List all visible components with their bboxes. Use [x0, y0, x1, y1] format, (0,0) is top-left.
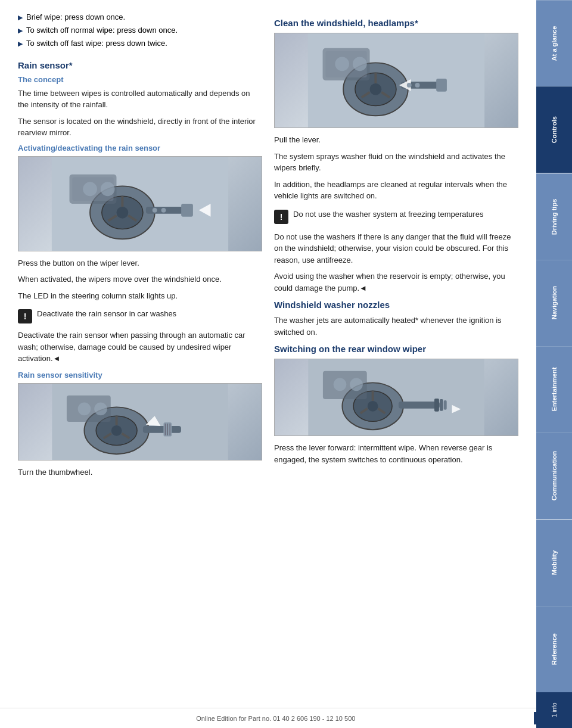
clean-text-1: The system sprays washer fluid on the wi…	[274, 151, 518, 174]
two-column-layout: ▶ Brief wipe: press down once. ▶ To swit…	[18, 12, 518, 483]
activating-image-inner	[18, 157, 262, 251]
page-container: ▶ Brief wipe: press down once. ▶ To swit…	[0, 0, 572, 728]
nozzles-text: The washer jets are automatically heated…	[274, 315, 518, 338]
svg-rect-58	[444, 400, 447, 410]
svg-rect-40	[436, 79, 447, 92]
svg-rect-56	[434, 399, 439, 412]
svg-point-43	[415, 83, 420, 88]
main-content: ▶ Brief wipe: press down once. ▶ To swit…	[0, 0, 536, 728]
clean-caption-1: Pull the lever.	[274, 134, 518, 146]
sidebar-tab-mobility[interactable]: Mobility	[536, 519, 572, 606]
left-column: ▶ Brief wipe: press down once. ▶ To swit…	[18, 12, 262, 483]
svg-rect-8	[181, 204, 193, 217]
svg-point-62	[350, 378, 363, 391]
clean-image	[274, 33, 518, 128]
concept-text-2: The sensor is located on the windshield,…	[18, 116, 262, 139]
sensitivity-image	[18, 383, 262, 461]
rain-sensor-heading: Rain sensor*	[18, 60, 262, 70]
clean-image-inner	[275, 33, 518, 127]
warning-icon-1: !	[18, 309, 32, 323]
sidebar-tab-driving-tips[interactable]: Driving tips	[536, 173, 572, 260]
warning-box-freeze: ! Do not use the washer system at freezi…	[274, 207, 518, 226]
rear-wiper-image-inner	[275, 359, 518, 435]
activating-text-1: Press the button on the wiper lever.	[18, 257, 262, 269]
sensitivity-svg	[18, 384, 262, 460]
sidebar-tab-at-a-glance[interactable]: At a glance	[536, 0, 572, 86]
svg-point-10	[153, 207, 157, 212]
sensitivity-heading: Rain sensor sensitivity	[18, 371, 262, 379]
svg-point-15	[101, 182, 115, 196]
svg-point-30	[78, 402, 91, 415]
svg-point-61	[334, 378, 347, 391]
nozzles-heading: Windshield washer nozzles	[274, 300, 518, 310]
activating-heading: Activating/deactivating the rain sensor	[18, 144, 262, 153]
sidebar-tab-navigation[interactable]: Navigation	[536, 260, 572, 346]
rear-wiper-svg	[275, 359, 518, 435]
concept-text-1: The time between wipes is controlled aut…	[18, 88, 262, 111]
clean-text-2: In addition, the headlamps are cleaned a…	[274, 179, 518, 202]
svg-rect-7	[146, 207, 187, 214]
right-column: Clean the windshield, headlamps*	[274, 12, 518, 483]
warning-box-1: ! Deactivate the rain sensor in car wash…	[18, 306, 262, 326]
bullet-arrow-2: ▶	[18, 26, 23, 35]
concept-heading: The concept	[18, 75, 262, 84]
sidebar: At a glance Controls Driving tips Naviga…	[536, 0, 572, 728]
sidebar-tab-reference[interactable]: Reference	[536, 606, 572, 692]
rear-wiper-caption: Press the lever forward: intermittent wi…	[274, 442, 518, 465]
rear-wiper-heading: Switching on the rear window wiper	[274, 344, 518, 354]
bullet-item-2: ▶ To switch off normal wipe: press down …	[18, 25, 262, 36]
warning-body-1: Deactivate the rain sensor when passing …	[18, 329, 262, 365]
warning-freeze-text: Do not use the washer system at freezing…	[293, 209, 483, 220]
svg-point-11	[161, 207, 166, 212]
bullet-arrow-3: ▶	[18, 39, 23, 48]
svg-point-51	[368, 401, 378, 412]
warning-icon-freeze: !	[274, 210, 288, 224]
sidebar-tab-controls[interactable]: Controls	[536, 86, 572, 173]
warning-reservoir-text: Avoid using the washer when the reservoi…	[274, 270, 518, 294]
svg-point-3	[117, 207, 129, 219]
svg-point-31	[94, 402, 107, 415]
svg-rect-57	[440, 399, 443, 411]
clean-heading: Clean the windshield, headlamps*	[274, 18, 518, 28]
svg-point-42	[407, 83, 412, 88]
clean-svg	[275, 33, 518, 127]
bullet-list: ▶ Brief wipe: press down once. ▶ To swit…	[18, 12, 262, 49]
svg-rect-23	[143, 425, 181, 433]
bullet-arrow-1: ▶	[18, 13, 23, 22]
sensitivity-image-inner	[18, 384, 262, 460]
sidebar-tab-communication[interactable]: Communication	[536, 433, 572, 519]
activating-text-2: When activated, the wipers move over the…	[18, 273, 262, 285]
bullet-item-1: ▶ Brief wipe: press down once.	[18, 12, 262, 23]
page-footer: Online Edition for Part no. 01 40 2 606 …	[0, 708, 572, 728]
activating-image	[18, 156, 262, 251]
svg-point-19	[111, 425, 122, 435]
warning-text-1: Deactivate the rain sensor in car washes	[37, 309, 176, 319]
svg-rect-55	[399, 402, 440, 409]
svg-point-14	[83, 182, 97, 196]
svg-point-35	[370, 83, 382, 95]
activating-svg	[18, 157, 262, 251]
rear-wiper-image	[274, 359, 518, 436]
bullet-item-3: ▶ To switch off fast wipe: press down tw…	[18, 38, 262, 49]
svg-point-47	[353, 57, 367, 71]
activating-text-3: The LED in the steering column stalk lig…	[18, 290, 262, 302]
sensitivity-caption: Turn the thumbwheel.	[18, 466, 262, 478]
sidebar-tab-entertainment[interactable]: Entertainment	[536, 346, 572, 433]
warning-freeze-body: Do not use the washers if there is any d…	[274, 231, 518, 266]
info-badge: 1 info	[536, 692, 572, 728]
svg-point-46	[335, 57, 349, 71]
footer-text: Online Edition for Part no. 01 40 2 606 …	[196, 715, 355, 722]
